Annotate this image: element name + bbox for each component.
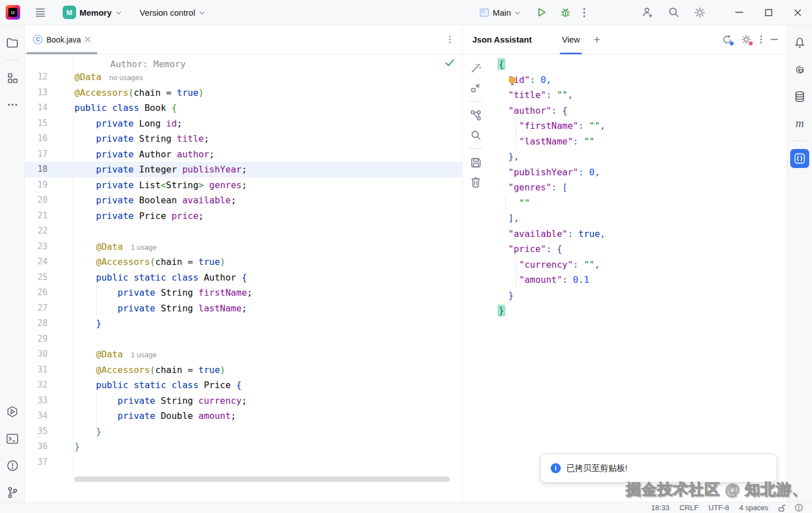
tab-book-java[interactable]: C Book.java xyxy=(25,25,98,54)
status-time[interactable]: 18:33 xyxy=(646,503,675,512)
code-line-26[interactable]: 26 private String firstName; xyxy=(25,285,462,301)
code-line-36[interactable]: 36} xyxy=(25,439,462,455)
problems-tool-button[interactable] xyxy=(3,456,22,475)
code-line-18[interactable]: 18 private Integer publishYear; xyxy=(25,162,462,178)
collapse-button[interactable] xyxy=(467,80,484,96)
status-indent[interactable]: 4 spaces xyxy=(734,503,773,512)
panel-options-icon[interactable] xyxy=(760,35,762,44)
json-line-12[interactable]: "available": true, xyxy=(497,226,787,242)
code-line-30[interactable]: 30 @Data1 usage xyxy=(25,347,462,362)
code-line-34[interactable]: 34 private Double amount; xyxy=(25,408,462,424)
code-line-14[interactable]: 14public class Book { xyxy=(25,100,462,116)
code-line-21[interactable]: 21 private Price price; xyxy=(25,208,462,224)
search-button[interactable] xyxy=(467,127,484,143)
project-tool-button[interactable] xyxy=(3,33,22,52)
json-line-17[interactable]: } xyxy=(497,303,787,319)
lightbulb-icon[interactable] xyxy=(509,77,515,83)
code-line-37[interactable]: 37 xyxy=(25,455,462,470)
window-minimize-button[interactable] xyxy=(725,0,754,25)
code-line-19[interactable]: 19 private List<String> genres; xyxy=(25,178,462,193)
services-tool-button[interactable] xyxy=(3,402,22,421)
json-line-10[interactable]: "" xyxy=(497,195,787,211)
usage-inlay-hint[interactable]: no usages xyxy=(109,73,143,82)
terminal-tool-button[interactable] xyxy=(3,429,22,448)
debug-button[interactable] xyxy=(556,3,575,21)
project-widget[interactable]: M Memory xyxy=(58,3,126,21)
notifications-button[interactable] xyxy=(790,33,809,52)
tab-view[interactable]: View xyxy=(554,25,588,54)
sync-settings-icon[interactable] xyxy=(722,34,733,45)
json-line-14[interactable]: "currency": "", xyxy=(497,257,787,273)
usage-inlay-hint[interactable]: 1 usage xyxy=(131,243,157,251)
json-viewer[interactable]: { "id": 0, "title": "", "author": { "fir… xyxy=(489,54,787,502)
database-button[interactable] xyxy=(790,87,809,106)
close-tab-icon[interactable] xyxy=(85,36,91,43)
vcs-widget[interactable]: Version control xyxy=(135,3,210,21)
inspections-status-icon[interactable] xyxy=(790,503,808,512)
line-number: 37 xyxy=(25,455,48,470)
code-line-29[interactable]: 29 xyxy=(25,332,462,347)
settings-refresh-icon[interactable] xyxy=(741,34,752,45)
json-line-1[interactable]: { xyxy=(497,57,787,72)
code-line-12[interactable]: 12@Datano usages xyxy=(25,69,462,85)
code-editor[interactable]: Author: Memory 12@Datano usages13@Access… xyxy=(25,54,462,502)
code-line-22[interactable]: 22 xyxy=(25,223,462,239)
run-button[interactable] xyxy=(532,3,551,21)
json-line-8[interactable]: "publishYear": 0, xyxy=(497,165,787,180)
json-line-11[interactable]: ], xyxy=(497,211,787,226)
structure-tool-button[interactable] xyxy=(3,68,22,87)
code-line-17[interactable]: 17 private Author author; xyxy=(25,147,462,162)
json-assistant-tool-button[interactable] xyxy=(790,149,809,168)
horizontal-scrollbar[interactable] xyxy=(74,477,450,482)
json-line-6[interactable]: "lastName": "" xyxy=(497,134,787,150)
code-line-32[interactable]: 32 public static class Price { xyxy=(25,377,462,393)
code-line-13[interactable]: 13@Accessors(chain = true) xyxy=(25,85,462,101)
main-menu-button[interactable] xyxy=(30,3,50,21)
json-line-15[interactable]: "amount": 0.1 xyxy=(497,272,787,288)
more-tool-windows-button[interactable] xyxy=(3,95,22,114)
format-wand-button[interactable] xyxy=(467,60,484,77)
code-line-23[interactable]: 23 @Data1 usage xyxy=(25,239,462,255)
structure-nodes-button[interactable] xyxy=(467,107,484,124)
json-line-4[interactable]: "author": { xyxy=(497,103,787,119)
code-line-15[interactable]: 15 private Long id; xyxy=(25,116,462,132)
usage-inlay-hint[interactable]: 1 usage xyxy=(131,351,157,359)
more-actions-button[interactable] xyxy=(579,3,590,21)
json-line-16[interactable]: } xyxy=(497,288,787,304)
code-line-35[interactable]: 35 } xyxy=(25,424,462,440)
json-line-3[interactable]: "title": "", xyxy=(497,87,787,103)
run-configuration-widget[interactable]: Main xyxy=(475,3,525,21)
code-line-16[interactable]: 16 private String title; xyxy=(25,131,462,147)
unlocked-padlock-icon[interactable] xyxy=(773,504,790,512)
settings-button[interactable] xyxy=(689,3,710,21)
code-with-me-button[interactable] xyxy=(637,3,658,21)
status-line-ending[interactable]: CRLF xyxy=(674,503,703,512)
json-line-7[interactable]: }, xyxy=(497,149,787,165)
json-line-9[interactable]: "genres": [ xyxy=(497,180,787,195)
window-maximize-button[interactable] xyxy=(754,0,783,25)
inspection-check-icon[interactable] xyxy=(445,59,454,67)
code-line-27[interactable]: 27 private String lastName; xyxy=(25,301,462,316)
git-tool-button[interactable] xyxy=(3,483,22,502)
code-line-25[interactable]: 25 public static class Author { xyxy=(25,270,462,286)
save-button[interactable] xyxy=(467,154,484,171)
hide-panel-icon[interactable] xyxy=(771,39,778,40)
ai-assistant-button[interactable] xyxy=(790,60,809,79)
search-everywhere-button[interactable] xyxy=(664,3,684,21)
json-line-13[interactable]: "price": { xyxy=(497,241,787,257)
delete-button[interactable] xyxy=(467,174,484,190)
code-line-33[interactable]: 33 private String currency; xyxy=(25,393,462,409)
code-line-20[interactable]: 20 private Boolean available; xyxy=(25,193,462,208)
status-encoding[interactable]: UTF-8 xyxy=(703,503,734,512)
code-line-28[interactable]: 28 } xyxy=(25,316,462,332)
code-token: > xyxy=(199,180,204,190)
tab-options-icon[interactable] xyxy=(449,35,451,44)
json-line-5[interactable]: "firstName": "", xyxy=(497,118,787,134)
code-line-31[interactable]: 31 @Accessors(chain = true) xyxy=(25,362,462,378)
window-close-button[interactable] xyxy=(783,0,812,25)
toast-notification[interactable]: i 已拷贝至剪贴板! xyxy=(540,454,777,483)
maven-button[interactable]: m xyxy=(790,114,809,133)
code-line-24[interactable]: 24 @Accessors(chain = true) xyxy=(25,254,462,270)
json-line-2[interactable]: "id": 0, xyxy=(497,72,787,88)
add-tab-button[interactable]: + xyxy=(588,33,606,46)
